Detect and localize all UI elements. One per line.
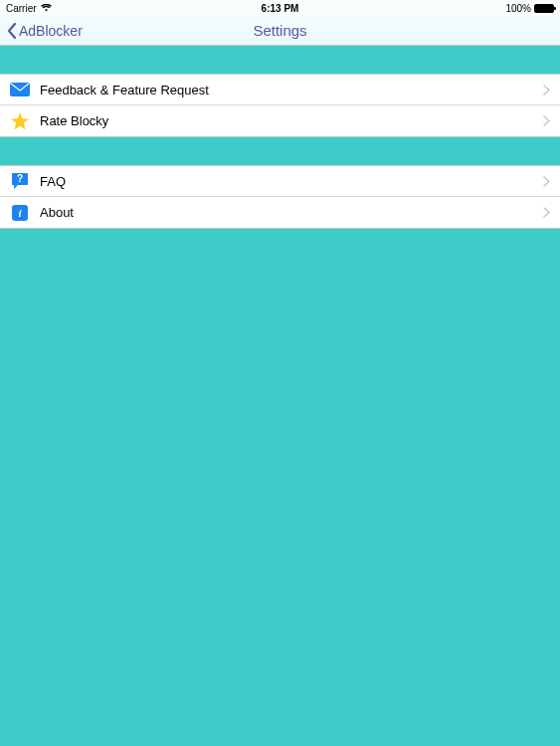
star-icon	[10, 111, 30, 131]
page-title: Settings	[253, 22, 306, 39]
row-faq[interactable]: ? FAQ	[0, 165, 560, 197]
back-button[interactable]: AdBlocker	[6, 22, 83, 40]
nav-bar: AdBlocker Settings	[0, 16, 560, 46]
row-rate[interactable]: Rate Blocky	[0, 105, 560, 137]
row-label: About	[40, 205, 543, 220]
chevron-right-icon	[543, 207, 550, 218]
chevron-left-icon	[6, 22, 17, 40]
back-label: AdBlocker	[19, 23, 83, 39]
battery-icon	[534, 4, 554, 13]
status-bar: Carrier 6:13 PM 100%	[0, 0, 560, 16]
chevron-right-icon	[543, 115, 550, 126]
list-group-1: ? FAQ i About	[0, 165, 560, 229]
section-spacer	[0, 46, 560, 74]
row-label: Feedback & Feature Request	[40, 83, 543, 97]
battery-percent: 100%	[505, 3, 531, 14]
svg-text:?: ?	[17, 173, 23, 184]
status-time: 6:13 PM	[262, 3, 299, 14]
wifi-icon	[41, 4, 52, 12]
list-group-0: Feedback & Feature Request Rate Blocky	[0, 74, 560, 137]
row-feedback[interactable]: Feedback & Feature Request	[0, 74, 560, 105]
row-label: FAQ	[40, 174, 543, 189]
section-spacer	[0, 137, 560, 165]
status-left: Carrier	[6, 3, 52, 14]
row-label: Rate Blocky	[40, 113, 543, 128]
chevron-right-icon	[543, 85, 550, 95]
row-about[interactable]: i About	[0, 197, 560, 229]
carrier-label: Carrier	[6, 3, 37, 14]
chevron-right-icon	[543, 176, 550, 187]
question-icon: ?	[10, 171, 30, 191]
status-right: 100%	[505, 3, 554, 14]
background-fill	[0, 229, 560, 746]
info-icon: i	[10, 203, 30, 223]
mail-icon	[10, 80, 30, 99]
